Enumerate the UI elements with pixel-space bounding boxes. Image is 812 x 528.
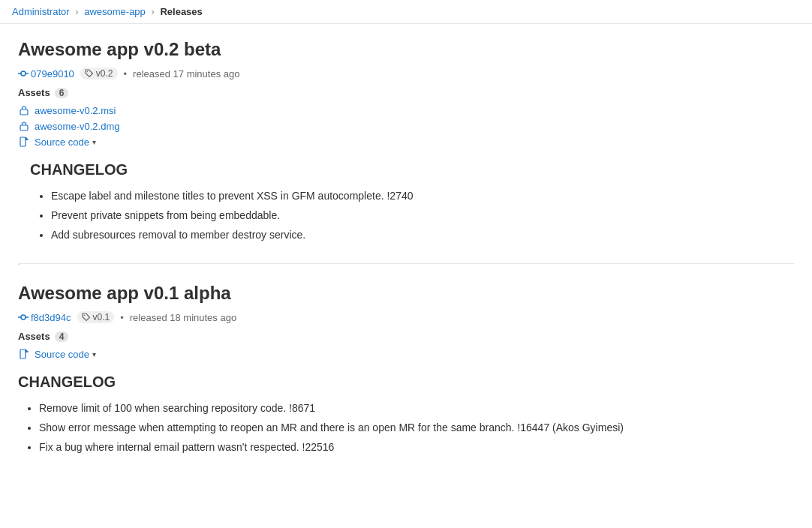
breadcrumb: Administrator › awesome-app › Releases: [0, 0, 812, 24]
changelog-list-1: Escape label and milestone titles to pre…: [30, 188, 794, 244]
svg-point-12: [83, 315, 85, 316]
breadcrumb-admin[interactable]: Administrator: [12, 6, 70, 17]
source-code-chevron-2: ▾: [92, 350, 96, 358]
assets-label-1: Assets: [18, 87, 50, 98]
source-code-link-2[interactable]: Source code ▾: [35, 349, 96, 360]
commit-hash-2[interactable]: f8d3d94c: [18, 312, 71, 323]
assets-label-2: Assets: [18, 331, 50, 342]
changelog-list-2: Remove limit of 100 when searching repos…: [18, 400, 794, 456]
assets-count-2: 4: [55, 332, 69, 342]
file-icon-2: [18, 348, 30, 360]
asset-link-msi[interactable]: awesome-v0.2.msi: [35, 105, 116, 116]
section-divider: [18, 264, 794, 265]
changelog-section-2: CHANGELOG Remove limit of 100 when searc…: [18, 374, 794, 456]
tag-text-2: v0.1: [93, 312, 110, 322]
assets-header-2: Assets 4: [18, 331, 794, 342]
tag-icon-1: [85, 69, 94, 78]
tag-badge-1: v0.2: [80, 68, 118, 80]
changelog-item-2-0: Remove limit of 100 when searching repos…: [39, 400, 794, 418]
commit-icon-2: [18, 312, 29, 322]
svg-rect-6: [20, 137, 26, 146]
release-block-1: Awesome app v0.2 beta 079e9010 v0.2 •: [18, 39, 794, 264]
breadcrumb-sep-2: ›: [151, 6, 154, 17]
changelog-item-1-2: Add subresources removal to member destr…: [51, 226, 794, 244]
release-title-2: Awesome app v0.1 alpha: [18, 283, 794, 304]
release-time-2: released 18 minutes ago: [130, 312, 236, 323]
commit-icon: [18, 68, 29, 79]
breadcrumb-repo[interactable]: awesome-app: [84, 6, 146, 17]
changelog-item-2-2: Fix a bug where internal email pattern w…: [39, 439, 794, 457]
changelog-item-2-1: Show error message when attempting to re…: [39, 419, 794, 437]
separator-dot-2: •: [120, 312, 124, 323]
asset-item-msi: awesome-v0.2.msi: [18, 104, 794, 116]
commit-hash-1[interactable]: 079e9010: [18, 68, 74, 80]
release-block-2: Awesome app v0.1 alpha f8d3d94c v0.1 • r…: [18, 283, 794, 476]
asset-item-dmg: awesome-v0.2.dmg: [18, 120, 794, 132]
commit-hash-text-1: 079e9010: [31, 68, 74, 80]
changelog-item-1-1: Prevent private snippets from being embe…: [51, 207, 794, 225]
svg-rect-4: [20, 110, 28, 115]
main-content: Awesome app v0.2 beta 079e9010 v0.2 •: [0, 24, 812, 509]
tag-badge-2: v0.1: [77, 311, 115, 323]
lock-icon-msi: [18, 104, 30, 116]
svg-rect-13: [20, 350, 26, 358]
asset-link-dmg[interactable]: awesome-v0.2.dmg: [35, 121, 119, 132]
changelog-heading-1: CHANGELOG: [30, 161, 794, 178]
tag-text-1: v0.2: [96, 68, 113, 79]
svg-point-3: [87, 71, 89, 73]
source-code-label-2: Source code: [35, 349, 89, 360]
changelog-item-1-0: Escape label and milestone titles to pre…: [51, 188, 794, 206]
svg-point-9: [21, 315, 26, 320]
breadcrumb-sep-1: ›: [75, 6, 78, 17]
release-meta-2: f8d3d94c v0.1 • released 18 minutes ago: [18, 311, 794, 323]
breadcrumb-current: Releases: [160, 6, 202, 17]
file-icon-1: [18, 136, 30, 148]
source-code-item-1[interactable]: Source code ▾: [18, 136, 794, 148]
assets-count-1: 6: [55, 88, 69, 98]
release-meta-1: 079e9010 v0.2 • released 17 minutes ago: [18, 68, 794, 80]
changelog-heading-2: CHANGELOG: [18, 374, 794, 391]
commit-hash-text-2: f8d3d94c: [31, 312, 71, 323]
assets-header-1: Assets 6: [18, 87, 794, 98]
separator-dot-1: •: [124, 68, 128, 80]
lock-icon-dmg: [18, 120, 30, 132]
tag-icon-2: [82, 313, 91, 322]
release-time-1: released 17 minutes ago: [133, 68, 239, 80]
svg-point-0: [21, 71, 26, 76]
release-title-1: Awesome app v0.2 beta: [18, 39, 794, 60]
svg-rect-5: [20, 125, 28, 130]
changelog-section-1: CHANGELOG Escape label and milestone tit…: [18, 161, 794, 244]
source-code-chevron-1: ▾: [92, 138, 96, 146]
source-code-item-2[interactable]: Source code ▾: [18, 348, 794, 360]
source-code-label-1: Source code: [35, 136, 89, 148]
source-code-link-1[interactable]: Source code ▾: [35, 136, 96, 148]
